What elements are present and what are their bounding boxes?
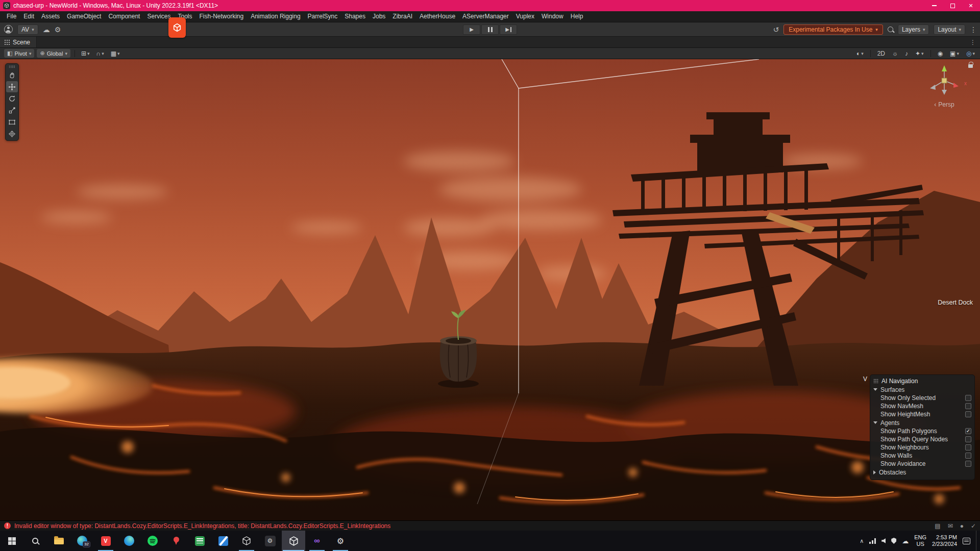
layers-dropdown[interactable]: Layers ▾ bbox=[898, 24, 929, 35]
menu-help[interactable]: Help bbox=[567, 11, 587, 22]
layout-dropdown[interactable]: Layout ▾ bbox=[934, 24, 965, 35]
visual-studio-button[interactable]: ∞ bbox=[305, 531, 329, 551]
grid-visibility-button[interactable]: ⊞ ▾ bbox=[79, 49, 92, 58]
rotate-tool[interactable] bbox=[6, 93, 18, 104]
rect-tool[interactable] bbox=[6, 116, 18, 128]
agents-foldout[interactable]: Agents bbox=[873, 418, 971, 427]
lock-icon[interactable] bbox=[968, 64, 973, 68]
scene-render[interactable] bbox=[0, 59, 980, 520]
toolbar-more-icon[interactable]: ⋮ bbox=[970, 26, 977, 34]
overlay-edge-label[interactable]: V bbox=[863, 375, 867, 383]
error-message[interactable]: Invalid editor window of type: DistantLa… bbox=[14, 522, 390, 530]
checkbox[interactable] bbox=[965, 436, 971, 442]
persp-label[interactable]: Persp bbox=[938, 101, 954, 108]
checkbox[interactable] bbox=[965, 444, 971, 450]
account-avatar-icon[interactable] bbox=[4, 25, 13, 34]
row-show-avoidance[interactable]: Show Avoidance bbox=[873, 460, 971, 468]
checkbox[interactable] bbox=[965, 461, 971, 467]
row-show-navmesh[interactable]: Show NavMesh bbox=[873, 402, 971, 410]
tab-scene[interactable]: Scene bbox=[0, 37, 37, 47]
scale-tool[interactable] bbox=[6, 105, 18, 116]
checkbox[interactable] bbox=[965, 403, 971, 409]
security-shield-icon[interactable] bbox=[891, 538, 896, 544]
file-explorer-button[interactable] bbox=[47, 531, 70, 551]
move-tool[interactable] bbox=[6, 81, 18, 92]
search-icon[interactable] bbox=[888, 27, 893, 32]
language-indicator[interactable]: ENG US bbox=[914, 534, 926, 547]
menu-jobs[interactable]: Jobs bbox=[369, 11, 389, 22]
menu-fish-networking[interactable]: Fish-Networking bbox=[195, 11, 247, 22]
camera-settings-button[interactable]: ▣ ▾ bbox=[948, 49, 961, 58]
pinned-app-button[interactable] bbox=[164, 531, 188, 551]
undo-history-icon[interactable]: ↺ bbox=[773, 26, 779, 34]
status-dot-icon[interactable]: ● bbox=[960, 522, 964, 530]
pivot-dropdown[interactable]: ◧ Pivot ▾ bbox=[4, 49, 34, 58]
surfaces-foldout[interactable]: Surfaces bbox=[873, 385, 971, 394]
snap-increment-button[interactable]: ▦ ▾ bbox=[109, 49, 122, 58]
row-show-heightmesh[interactable]: Show HeightMesh bbox=[873, 410, 971, 418]
volume-icon[interactable] bbox=[881, 538, 886, 543]
settings-button[interactable]: ⚙ bbox=[329, 531, 352, 551]
action-center-icon[interactable] bbox=[963, 538, 970, 544]
minimize-button[interactable] bbox=[925, 0, 943, 11]
maximize-button[interactable] bbox=[943, 0, 962, 11]
start-button[interactable] bbox=[0, 531, 23, 551]
menu-file[interactable]: File bbox=[3, 11, 20, 22]
clock[interactable]: 2:53 PM 2/23/2024 bbox=[932, 534, 957, 547]
messages-icon[interactable]: ✉ bbox=[948, 522, 953, 530]
menu-window[interactable]: Window bbox=[538, 11, 567, 22]
scene-gizmo[interactable]: x ‹ Persp bbox=[918, 62, 971, 108]
version-control-icon[interactable]: ⚙ bbox=[55, 26, 61, 34]
2d-toggle-button[interactable]: 2D bbox=[875, 49, 887, 58]
vivaldi-button[interactable]: V bbox=[94, 531, 117, 551]
spotify-button[interactable] bbox=[141, 531, 164, 551]
row-show-neighbours[interactable]: Show Neighbours bbox=[873, 443, 971, 452]
checkbox[interactable] bbox=[965, 411, 971, 417]
network-icon[interactable] bbox=[869, 538, 876, 544]
progress-panel-icon[interactable]: ▤ bbox=[935, 522, 940, 530]
shading-mode-button[interactable]: ◐ ▾ bbox=[854, 49, 866, 58]
row-show-only-selected[interactable]: Show Only Selected bbox=[873, 394, 971, 402]
account-dropdown[interactable]: AV ▾ bbox=[17, 24, 38, 35]
tray-expand-icon[interactable]: ∧ bbox=[860, 538, 864, 544]
unity-editor-button[interactable] bbox=[282, 531, 305, 551]
gizmos-button[interactable]: ◎ ▾ bbox=[964, 49, 977, 58]
vscode-button[interactable] bbox=[211, 531, 235, 551]
checkbox[interactable] bbox=[965, 395, 971, 401]
audio-toggle-icon[interactable]: ♪ bbox=[903, 49, 910, 58]
unity-tool-button[interactable]: ⚙ bbox=[258, 531, 282, 551]
tab-menu-icon[interactable]: ⋮ bbox=[970, 39, 976, 46]
error-icon[interactable]: ! bbox=[4, 522, 11, 529]
view-hand-tool[interactable] bbox=[6, 69, 18, 81]
checkbox[interactable] bbox=[965, 453, 971, 459]
title-bar[interactable]: chased-urp - NewWorld - Windows, Mac, Li… bbox=[0, 0, 980, 11]
menu-aservermanager[interactable]: AServerManager bbox=[459, 11, 512, 22]
drag-handle-icon[interactable] bbox=[9, 65, 15, 68]
drag-handle-icon[interactable] bbox=[873, 379, 878, 383]
checkbox-checked[interactable]: ✓ bbox=[965, 428, 971, 434]
row-show-walls[interactable]: Show Walls bbox=[873, 452, 971, 460]
menu-shapes[interactable]: Shapes bbox=[341, 11, 369, 22]
close-button[interactable]: ✕ bbox=[962, 0, 980, 11]
menu-assets[interactable]: Assets bbox=[38, 11, 63, 22]
menu-animation-rigging[interactable]: Animation Rigging bbox=[247, 11, 304, 22]
row-show-path-query-nodes[interactable]: Show Path Query Nodes bbox=[873, 435, 971, 443]
lighting-toggle-icon[interactable]: ☼ bbox=[890, 49, 900, 58]
ai-navigation-header[interactable]: AI Navigation bbox=[873, 377, 971, 385]
transform-tool[interactable] bbox=[6, 128, 18, 139]
onedrive-cloud-icon[interactable]: ☁ bbox=[902, 537, 909, 545]
scene-viewport[interactable]: x ‹ Persp Desert Dock V AI Navigation Su… bbox=[0, 59, 980, 520]
play-button[interactable]: ▶ bbox=[463, 24, 480, 35]
menu-component[interactable]: Component bbox=[105, 11, 143, 22]
menu-gameobject[interactable]: GameObject bbox=[63, 11, 105, 22]
obstacles-foldout[interactable]: Obstacles bbox=[873, 468, 971, 477]
taskbar-search-button[interactable] bbox=[23, 531, 47, 551]
global-dropdown[interactable]: ⊕ Global ▾ bbox=[37, 49, 70, 58]
effects-toggle-button[interactable]: ✦ ▾ bbox=[913, 49, 926, 58]
edge-button[interactable] bbox=[117, 531, 141, 551]
menu-aetherhouse[interactable]: AetherHouse bbox=[416, 11, 459, 22]
floating-package-icon[interactable] bbox=[168, 17, 186, 38]
menu-edit[interactable]: Edit bbox=[20, 11, 38, 22]
cloud-services-icon[interactable]: ☁ bbox=[43, 26, 50, 34]
step-button[interactable]: ▶ bbox=[500, 24, 517, 35]
